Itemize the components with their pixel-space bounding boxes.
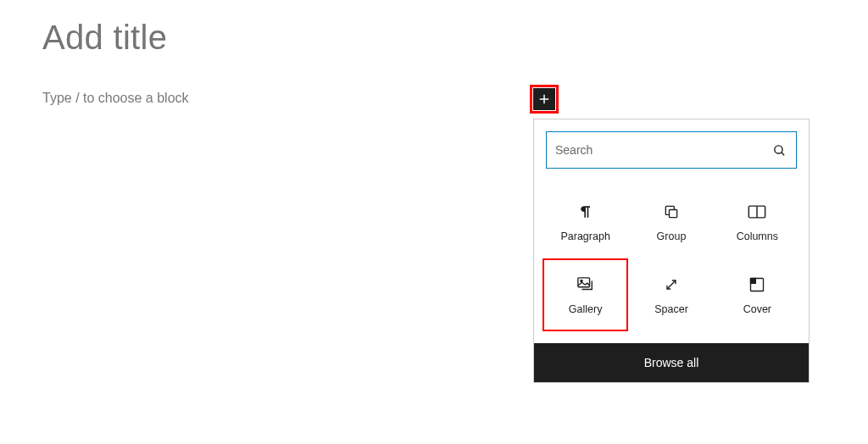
block-item-label: Gallery (569, 303, 603, 315)
block-item-label: Columns (737, 230, 778, 242)
block-search-input[interactable] (555, 132, 771, 168)
plus-icon (537, 92, 552, 107)
svg-rect-5 (669, 210, 676, 218)
editor-canvas: Type / to choose a block (0, 0, 868, 125)
search-icon (771, 142, 787, 158)
paragraph-icon (576, 202, 596, 222)
block-placeholder-text[interactable]: Type / to choose a block (42, 88, 551, 108)
spacer-icon (661, 275, 682, 295)
svg-rect-8 (578, 278, 590, 287)
block-item-label: Cover (743, 303, 771, 315)
block-item-label: Group (657, 230, 687, 242)
add-block-button[interactable] (533, 88, 555, 110)
search-wrap (534, 119, 809, 180)
svg-rect-11 (751, 279, 756, 284)
cover-icon (747, 275, 767, 295)
gallery-icon (576, 275, 596, 295)
block-item-gallery[interactable]: Gallery (542, 258, 628, 331)
block-item-paragraph[interactable]: Paragraph (542, 186, 628, 258)
blocks-grid: Paragraph Group Columns (534, 180, 809, 343)
post-title-input[interactable] (42, 17, 534, 58)
search-field (546, 131, 797, 169)
group-icon (661, 202, 682, 222)
block-inserter-panel: Paragraph Group Columns (533, 119, 810, 383)
block-item-label: Paragraph (560, 230, 609, 242)
block-item-columns[interactable]: Columns (715, 186, 800, 258)
columns-icon (747, 202, 767, 222)
default-block-row: Type / to choose a block (42, 88, 551, 108)
block-item-label: Spacer (654, 303, 688, 315)
block-item-cover[interactable]: Cover (715, 258, 800, 331)
svg-point-9 (581, 280, 582, 281)
svg-point-2 (774, 145, 782, 153)
svg-line-3 (781, 152, 783, 154)
browse-all-button[interactable]: Browse all (534, 343, 809, 382)
block-item-group[interactable]: Group (628, 186, 714, 258)
block-item-spacer[interactable]: Spacer (628, 258, 714, 331)
